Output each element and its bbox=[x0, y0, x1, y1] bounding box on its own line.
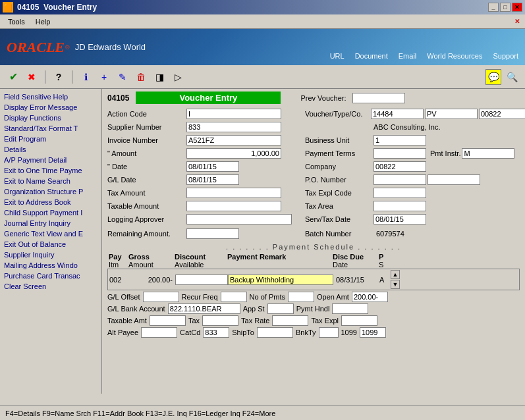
cat-cd-input[interactable] bbox=[203, 327, 229, 338]
sidebar-item-generic-text-view[interactable]: Generic Text View and E bbox=[0, 228, 101, 239]
sidebar-item-field-sensitive-help[interactable]: Field Sensitive Help bbox=[0, 92, 101, 102]
voucher-type-input[interactable] bbox=[425, 109, 478, 119]
tax-rate-input[interactable] bbox=[272, 315, 308, 326]
batch-number-row: Batch Number 6079574 bbox=[298, 228, 525, 240]
gl-date-input[interactable] bbox=[186, 174, 239, 185]
message-button[interactable]: 💬 bbox=[485, 69, 501, 85]
payment-terms-input[interactable] bbox=[373, 148, 426, 159]
sidebar-item-mailing-address-window[interactable]: Mailing Address Windo bbox=[0, 260, 101, 271]
open-amt-input[interactable] bbox=[352, 292, 388, 302]
voucher-number-input[interactable] bbox=[371, 109, 424, 119]
voucher-type-co-label: Voucher/Type/Co. bbox=[305, 110, 371, 118]
sidebar-item-standard-tax-format[interactable]: Standard/Tax Format T bbox=[0, 123, 101, 134]
sidebar-item-purchase-card-transac[interactable]: Purchase Card Transac bbox=[0, 271, 101, 281]
cancel-button[interactable]: ✖ bbox=[24, 69, 40, 85]
pymt-hndl-input[interactable] bbox=[332, 303, 368, 314]
nav-support[interactable]: Support bbox=[493, 52, 518, 60]
grid-subheader-row: Itm Amount Available Date S bbox=[107, 261, 520, 269]
1099-input[interactable] bbox=[360, 327, 386, 338]
serv-tax-date-row: Serv/Tax Date bbox=[298, 213, 525, 225]
app-st-input[interactable] bbox=[267, 303, 294, 314]
sidebar-item-exit-out-of-balance[interactable]: Exit Out of Balance bbox=[0, 239, 101, 249]
date-input[interactable] bbox=[186, 161, 239, 172]
po-number-input[interactable] bbox=[373, 174, 426, 185]
po-number-input2[interactable] bbox=[428, 174, 480, 185]
tax-expl-code-label: Tax Expl Code bbox=[305, 189, 371, 197]
info-button[interactable]: ℹ bbox=[78, 69, 94, 85]
taxable-amt-input[interactable] bbox=[150, 315, 186, 326]
delete-button[interactable]: 🗑 bbox=[133, 69, 149, 85]
sidebar-item-display-error-message[interactable]: Display Error Message bbox=[0, 102, 101, 113]
sidebar-item-journal-entry-inquiry[interactable]: Journal Entry Inquiry bbox=[0, 218, 101, 228]
business-unit-label: Business Unit bbox=[305, 136, 371, 144]
sidebar-item-details[interactable]: Details bbox=[0, 144, 101, 155]
tax-expl-input[interactable] bbox=[341, 315, 377, 326]
grid-cell-itm: 002 bbox=[109, 276, 129, 284]
copy-button[interactable]: ◨ bbox=[152, 69, 167, 85]
tax-area-label: Tax Area bbox=[305, 202, 371, 210]
edit-button[interactable]: ✎ bbox=[115, 69, 130, 85]
nav-world-resources[interactable]: World Resources bbox=[427, 52, 482, 60]
invoice-number-input[interactable] bbox=[186, 135, 281, 145]
no-of-pmts-input[interactable] bbox=[288, 292, 314, 302]
sidebar-item-display-functions[interactable]: Display Functions bbox=[0, 113, 101, 123]
gl-bank-input[interactable] bbox=[168, 303, 240, 314]
add-button[interactable]: + bbox=[96, 69, 112, 85]
sidebar-item-ap-payment-detail[interactable]: A/P Payment Detail bbox=[0, 155, 101, 165]
supplier-number-input[interactable] bbox=[186, 122, 281, 132]
tax-expl-code-input[interactable] bbox=[373, 188, 426, 198]
logging-approver-input[interactable] bbox=[186, 214, 292, 224]
sidebar-item-supplier-inquiry[interactable]: Supplier Inquiry bbox=[0, 249, 101, 260]
gl-offset-label: G/L Offset bbox=[107, 293, 140, 301]
help-button[interactable]: ? bbox=[51, 69, 67, 85]
recur-freq-input[interactable] bbox=[221, 292, 247, 302]
menu-bar: Tools Help ✕ bbox=[0, 14, 525, 29]
sidebar-item-clear-screen[interactable]: Clear Screen bbox=[0, 281, 101, 292]
menu-tools[interactable]: Tools bbox=[3, 16, 30, 27]
nav-document[interactable]: Document bbox=[355, 52, 388, 60]
company-input[interactable] bbox=[373, 161, 426, 172]
menu-help[interactable]: Help bbox=[30, 16, 56, 27]
nav-url[interactable]: URL bbox=[330, 52, 345, 60]
grid-hdr-gross: Gross bbox=[128, 253, 175, 261]
scroll-up-btn[interactable]: ▲ bbox=[391, 270, 400, 279]
taxable-amount-input[interactable] bbox=[186, 201, 281, 211]
grid-subhdr-amount: Amount bbox=[128, 261, 175, 269]
close-button[interactable]: ✕ bbox=[512, 3, 522, 12]
tax-input[interactable] bbox=[202, 315, 238, 326]
open-amt-label: Open Amt bbox=[317, 293, 349, 301]
sidebar-item-edit-program[interactable]: Edit Program bbox=[0, 134, 101, 144]
close-x-icon[interactable]: ✕ bbox=[512, 16, 522, 27]
serv-tax-date-input[interactable] bbox=[373, 214, 426, 224]
ship-to-input[interactable] bbox=[257, 327, 293, 338]
form-two-col: Action Code Supplier Number Invoice Numb… bbox=[107, 108, 520, 241]
sidebar-item-exit-one-time-payment[interactable]: Exit to One Time Payme bbox=[0, 165, 101, 176]
sidebar-item-org-structure[interactable]: Organization Structure P bbox=[0, 186, 101, 197]
tax-area-input[interactable] bbox=[373, 201, 426, 211]
status-text: F4=Details F9=Name Srch F11=Addr Book F1… bbox=[5, 409, 275, 417]
scroll-down-btn[interactable]: ▼ bbox=[391, 280, 400, 289]
sidebar-item-exit-name-search[interactable]: Exit to Name Search bbox=[0, 176, 101, 186]
batch-number-value: 6079574 bbox=[376, 230, 404, 238]
voucher-co-input[interactable] bbox=[479, 109, 525, 119]
action-code-input[interactable] bbox=[186, 109, 281, 119]
sidebar-item-child-support-payment[interactable]: Child Support Payment I bbox=[0, 207, 101, 218]
ok-button[interactable]: ✔ bbox=[5, 69, 21, 85]
bnk-ty-input[interactable] bbox=[319, 327, 339, 338]
search-button[interactable]: 🔍 bbox=[504, 69, 520, 85]
amount-input[interactable] bbox=[186, 148, 281, 159]
gl-offset-input[interactable] bbox=[143, 292, 179, 302]
grid-cell-discount-input[interactable] bbox=[175, 275, 228, 285]
tax-expl-label: Tax Expl bbox=[311, 317, 339, 325]
maximize-button[interactable]: □ bbox=[500, 3, 511, 12]
business-unit-input[interactable] bbox=[373, 135, 426, 145]
prev-voucher-input[interactable] bbox=[352, 93, 405, 103]
pmt-instr-input[interactable] bbox=[462, 148, 514, 159]
remaining-amount-input[interactable] bbox=[186, 228, 239, 239]
sidebar-item-exit-address-book[interactable]: Exit to Address Book bbox=[0, 197, 101, 207]
alt-payee-input[interactable] bbox=[141, 327, 177, 338]
tax-amount-input[interactable] bbox=[186, 188, 281, 198]
minimize-button[interactable]: _ bbox=[488, 3, 499, 12]
forward-button[interactable]: ▷ bbox=[170, 69, 186, 85]
nav-email[interactable]: Email bbox=[399, 52, 417, 60]
